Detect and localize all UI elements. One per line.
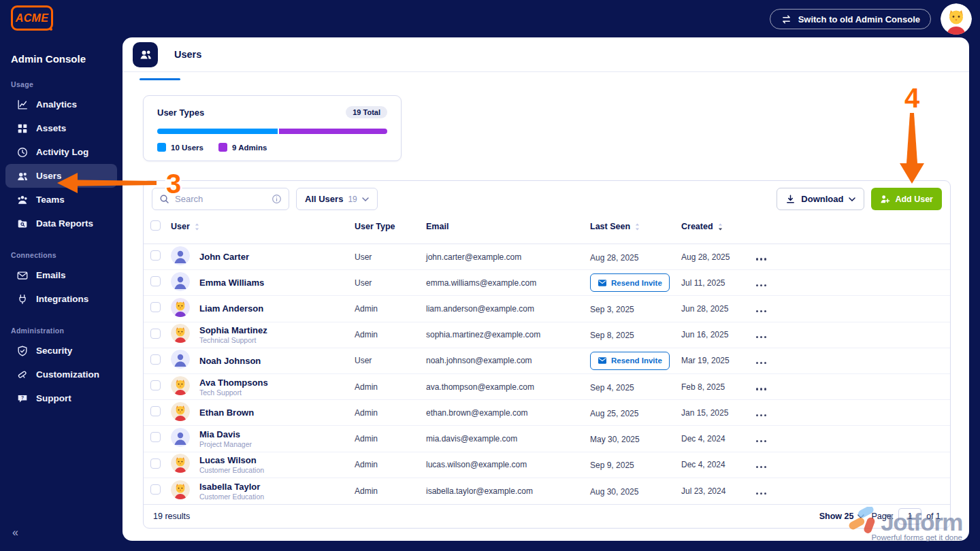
sidebar-item-label: Customization	[36, 369, 99, 380]
search-placeholder: Search	[175, 194, 266, 204]
sidebar-item-customization[interactable]: Customization	[5, 363, 117, 386]
column-header-last-seen[interactable]: Last Seen	[590, 222, 681, 231]
user-type-value: Admin	[355, 382, 426, 392]
user-name-link[interactable]: Liam Anderson	[199, 303, 355, 314]
user-name-link[interactable]: Mia Davis	[199, 429, 355, 439]
user-type-filter-dropdown[interactable]: All Users 19	[296, 188, 378, 210]
add-user-button[interactable]: Add User	[871, 188, 942, 210]
user-avatar	[171, 246, 190, 265]
row-checkbox[interactable]	[150, 458, 161, 469]
table-row: Isabella Taylor Customer Education Admin…	[144, 478, 950, 504]
row-checkbox[interactable]	[150, 250, 161, 261]
user-type-value: Admin	[355, 460, 426, 469]
bar-segment	[279, 129, 387, 134]
row-menu-icon[interactable]	[756, 466, 768, 468]
account-avatar[interactable]	[941, 3, 972, 35]
bar-segment	[157, 129, 278, 134]
search-input[interactable]: Search	[152, 188, 289, 210]
created-value: Aug 28, 2025	[681, 252, 756, 262]
select-all-checkbox[interactable]	[150, 220, 161, 231]
filter-label: All Users	[305, 194, 343, 204]
sidebar-item-activity-log[interactable]: Activity Log	[5, 140, 117, 164]
row-menu-icon[interactable]	[756, 258, 768, 260]
row-menu-icon[interactable]	[756, 310, 768, 312]
user-type-value: Admin	[355, 330, 426, 339]
teams-icon	[16, 194, 29, 206]
add-user-icon	[880, 194, 890, 204]
row-menu-icon[interactable]	[756, 362, 768, 364]
sidebar-item-support[interactable]: ? Support	[5, 386, 117, 410]
sidebar-item-analytics[interactable]: Analytics	[5, 93, 117, 116]
user-name-link[interactable]: John Carter	[199, 252, 355, 262]
row-checkbox[interactable]	[150, 406, 161, 416]
user-name-link[interactable]: Noah Johnson	[199, 356, 355, 366]
row-menu-icon[interactable]	[756, 388, 768, 390]
sidebar-item-label: Integrations	[36, 294, 88, 304]
column-header-created[interactable]: Created	[681, 222, 756, 231]
activity-log-icon	[16, 146, 29, 158]
download-icon	[785, 194, 796, 204]
resend-invite-button[interactable]: Resend Invite	[590, 273, 670, 292]
user-name-link[interactable]: Sophia Martinez	[199, 325, 355, 335]
page-input[interactable]: 1	[898, 508, 921, 524]
user-name-link[interactable]: Ethan Brown	[199, 407, 355, 418]
switch-to-old-console-button[interactable]: Switch to old Admin Console	[770, 9, 931, 29]
user-name-link[interactable]: Ava Thompsons	[199, 378, 355, 388]
user-email: mia.davis@example.com	[426, 434, 590, 444]
show-per-page-dropdown[interactable]: Show 25	[819, 512, 865, 521]
row-checkbox[interactable]	[150, 276, 161, 286]
sidebar-item-label: Analytics	[36, 99, 77, 110]
row-checkbox[interactable]	[150, 354, 161, 365]
created-value: Mar 19, 2025	[681, 356, 756, 365]
sidebar-item-label: Activity Log	[36, 147, 88, 157]
row-menu-icon[interactable]	[756, 336, 768, 338]
sidebar-item-assets[interactable]: Assets	[5, 116, 117, 140]
table-row: Sophia Martinez Technical Support Admin …	[144, 322, 950, 348]
chevron-down-icon	[362, 197, 369, 201]
row-checkbox[interactable]	[150, 380, 161, 390]
sidebar-item-label: Users	[36, 171, 62, 181]
user-name-link[interactable]: Emma Williams	[199, 278, 355, 288]
row-checkbox[interactable]	[150, 484, 161, 495]
row-checkbox[interactable]	[150, 329, 161, 339]
active-tab-indicator	[140, 78, 180, 80]
sidebar-item-teams[interactable]: Teams	[5, 188, 117, 212]
acme-logo-dot	[50, 28, 52, 31]
user-subtitle: Customer Education	[199, 492, 355, 501]
sidebar-item-users[interactable]: Users	[5, 164, 117, 188]
row-menu-icon[interactable]	[756, 414, 768, 416]
results-count: 19 results	[153, 512, 190, 521]
resend-invite-button[interactable]: Resend Invite	[590, 352, 670, 370]
column-header-email[interactable]: Email	[426, 222, 590, 231]
row-menu-icon[interactable]	[756, 440, 768, 442]
acme-logo: ACME	[11, 5, 53, 31]
user-type-value: User	[355, 278, 426, 288]
row-checkbox[interactable]	[150, 302, 161, 312]
sidebar: Admin Console Usage Analytics Assets Act…	[0, 37, 122, 551]
column-header-user-type[interactable]: User Type	[355, 222, 426, 231]
sidebar-item-label: Support	[36, 393, 71, 403]
mail-icon	[598, 356, 607, 365]
sidebar-collapse-icon[interactable]: «	[12, 527, 18, 539]
sidebar-nav: Usage Analytics Assets Activity Log	[0, 80, 122, 410]
user-name-link[interactable]: Lucas Wilson	[199, 455, 355, 465]
user-email: emma.williams@example.com	[426, 278, 590, 288]
column-header-user[interactable]: User	[171, 222, 355, 231]
created-value: Jun 28, 2025	[681, 304, 756, 314]
row-menu-icon[interactable]	[756, 492, 768, 495]
sidebar-item-security[interactable]: Security	[5, 339, 117, 363]
row-menu-icon[interactable]	[756, 284, 768, 286]
row-checkbox[interactable]	[150, 432, 161, 442]
sidebar-item-data-reports[interactable]: Data Reports	[5, 212, 117, 235]
user-email: john.carter@example.com	[426, 252, 590, 262]
user-name-link[interactable]: Isabella Taylor	[199, 482, 355, 492]
usertypes-legend: 10 Users 9 Admins	[157, 143, 387, 152]
sidebar-item-label: Security	[36, 346, 72, 356]
created-value: Feb 8, 2025	[681, 382, 756, 392]
user-email: sophia.martinez@example.com	[426, 330, 590, 339]
usertypes-bar	[157, 129, 387, 134]
download-button[interactable]: Download	[777, 188, 864, 210]
sidebar-item-integrations[interactable]: Integrations	[5, 287, 117, 311]
sidebar-item-emails[interactable]: Emails	[5, 263, 117, 287]
page-label: Page:	[871, 512, 894, 521]
